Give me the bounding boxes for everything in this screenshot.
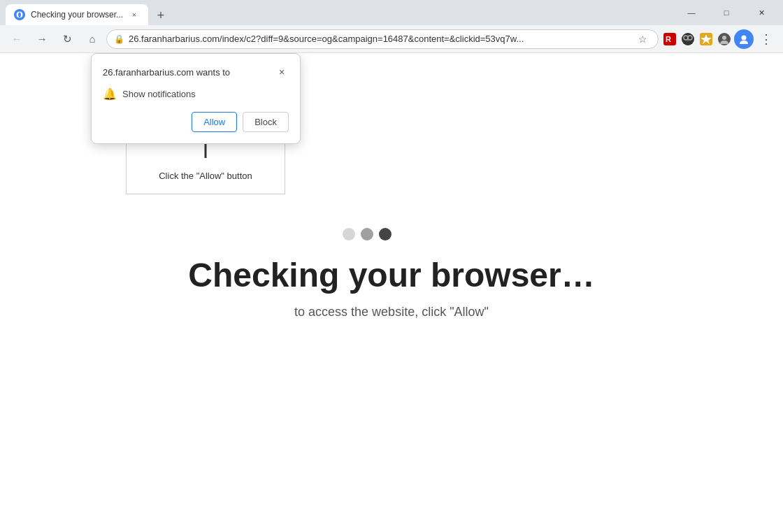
tab-area: Checking your browser... × + (6, 0, 675, 25)
reload-button[interactable]: ↻ (56, 28, 78, 50)
block-button[interactable]: Block (243, 112, 289, 132)
svg-text:R: R (666, 35, 671, 43)
bookmark-icon[interactable]: ☆ (634, 31, 651, 48)
popup-header: 26.faranharbarius.com wants to × (103, 65, 289, 79)
popup-permission: 🔔 Show notifications (103, 87, 289, 101)
back-button[interactable]: ← (6, 28, 28, 50)
address-bar[interactable]: 🔒 26.faranharbarius.com/index/c2?diff=9&… (106, 29, 659, 49)
browser-menu-button[interactable]: ⋮ (755, 28, 777, 50)
permission-text: Show notifications (122, 89, 196, 99)
browser-window: Checking your browser... × + — □ ✕ ← → ↻… (0, 0, 783, 532)
active-tab[interactable]: Checking your browser... × (6, 4, 148, 25)
loading-dots (343, 228, 392, 240)
nav-right-icons: R ⋮ (661, 28, 777, 50)
tab-favicon (14, 9, 25, 20)
sub-heading: to access the website, click "Allow" (0, 305, 783, 319)
allow-button[interactable]: Allow (192, 112, 237, 132)
bell-icon: 🔔 (103, 87, 117, 101)
extension-icon-1[interactable]: R (661, 31, 678, 48)
tab-close-button[interactable]: × (129, 9, 140, 20)
svg-point-9 (722, 36, 726, 40)
page-content: 26.faranharbarius.com wants to × 🔔 Show … (0, 53, 783, 532)
tab-title: Checking your browser... (31, 10, 123, 20)
nav-bar: ← → ↻ ⌂ 🔒 26.faranharbarius.com/index/c2… (0, 25, 783, 53)
svg-point-10 (742, 35, 747, 40)
address-bar-icons: ☆ (634, 31, 651, 48)
main-heading: Checking your browser… (0, 256, 783, 294)
extension-icon-4[interactable] (716, 31, 733, 48)
maximize-button[interactable]: □ (710, 2, 742, 23)
forward-button[interactable]: → (31, 28, 53, 50)
profile-button[interactable] (734, 29, 754, 49)
new-tab-button[interactable]: + (151, 6, 171, 25)
popup-close-button[interactable]: × (275, 65, 289, 79)
title-bar: Checking your browser... × + — □ ✕ (0, 0, 783, 25)
window-controls: — □ ✕ (675, 2, 777, 23)
notification-popup: 26.faranharbarius.com wants to × 🔔 Show … (91, 53, 301, 144)
loading-dot-1 (343, 228, 355, 240)
loading-dot-3 (379, 228, 392, 240)
popup-buttons: Allow Block (103, 112, 289, 132)
extension-icon-2[interactable] (680, 31, 696, 48)
extension-icon-3[interactable] (698, 31, 714, 48)
url-text: 26.faranharbarius.com/index/c2?diff=9&so… (129, 34, 630, 44)
loading-dot-2 (361, 228, 373, 240)
popup-site-text: 26.faranharbarius.com wants to (103, 67, 230, 78)
lock-icon: 🔒 (114, 34, 124, 44)
arrow-label: Click the "Allow" button (159, 171, 252, 181)
minimize-button[interactable]: — (675, 2, 707, 23)
home-button[interactable]: ⌂ (81, 28, 103, 50)
close-button[interactable]: ✕ (745, 2, 777, 23)
